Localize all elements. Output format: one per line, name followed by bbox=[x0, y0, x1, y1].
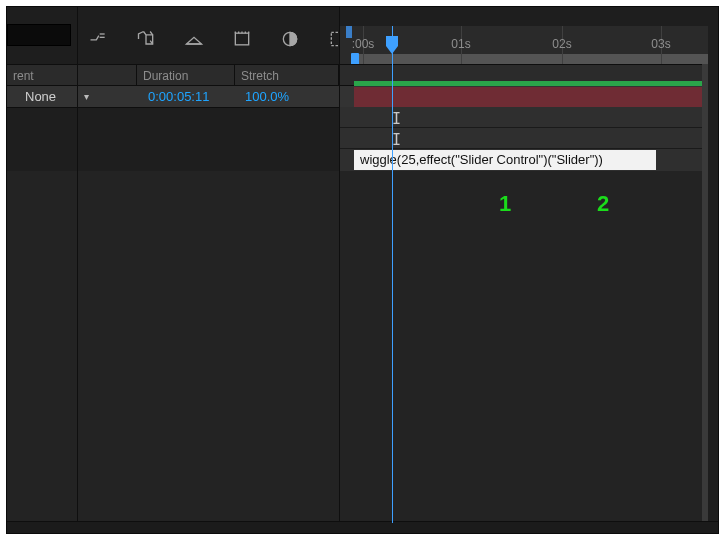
ruler-label: 01s bbox=[451, 37, 470, 51]
layer-color-swatch[interactable] bbox=[7, 24, 71, 46]
col-stretch[interactable]: Stretch bbox=[235, 65, 339, 85]
ruler-label: :00s bbox=[352, 37, 375, 51]
annotation-label: 1 bbox=[499, 191, 511, 217]
parent-value: None bbox=[25, 89, 56, 104]
property-row-2[interactable]: I bbox=[340, 128, 708, 149]
timeline-body[interactable] bbox=[7, 171, 708, 533]
playhead[interactable] bbox=[392, 26, 393, 523]
ruler-label: 03s bbox=[651, 37, 670, 51]
layer-duration-bar[interactable] bbox=[354, 87, 708, 107]
svg-rect-0 bbox=[235, 33, 248, 45]
layer-stretch[interactable]: 100.0% bbox=[245, 86, 289, 108]
adjustment-icon[interactable] bbox=[277, 26, 303, 52]
expression-input[interactable]: wiggle(25,effect("Slider Control")("Slid… bbox=[354, 150, 656, 170]
motion-blur-icon[interactable] bbox=[229, 26, 255, 52]
expression-pickwhip-icon[interactable]: I bbox=[392, 110, 401, 128]
timeline-toolbar bbox=[85, 15, 351, 63]
vertical-scrollbar[interactable] bbox=[702, 64, 708, 521]
layer-duration[interactable]: 0:00:05:11 bbox=[148, 86, 209, 108]
col-duration[interactable]: Duration bbox=[137, 65, 235, 85]
parent-dropdown[interactable]: None ▾ bbox=[25, 86, 89, 107]
ruler-label: 02s bbox=[552, 37, 571, 51]
panel-divider[interactable] bbox=[77, 7, 78, 533]
col-parent[interactable]: rent bbox=[7, 65, 137, 85]
annotation-label: 2 bbox=[597, 191, 609, 217]
work-area-bar[interactable] bbox=[353, 54, 708, 64]
chevron-down-icon: ▾ bbox=[84, 91, 89, 102]
panel-divider[interactable] bbox=[339, 7, 340, 533]
timeline-panel: rent Duration Stretch None ▾ 0:00:05:11 … bbox=[6, 6, 719, 534]
frame-blend-icon[interactable] bbox=[181, 26, 207, 52]
3d-cube-icon[interactable] bbox=[133, 26, 159, 52]
expression-pickwhip-icon[interactable]: I bbox=[392, 131, 401, 149]
bottom-bar bbox=[7, 521, 718, 533]
property-row-1[interactable]: I bbox=[340, 107, 708, 128]
shy-icon[interactable] bbox=[85, 26, 111, 52]
